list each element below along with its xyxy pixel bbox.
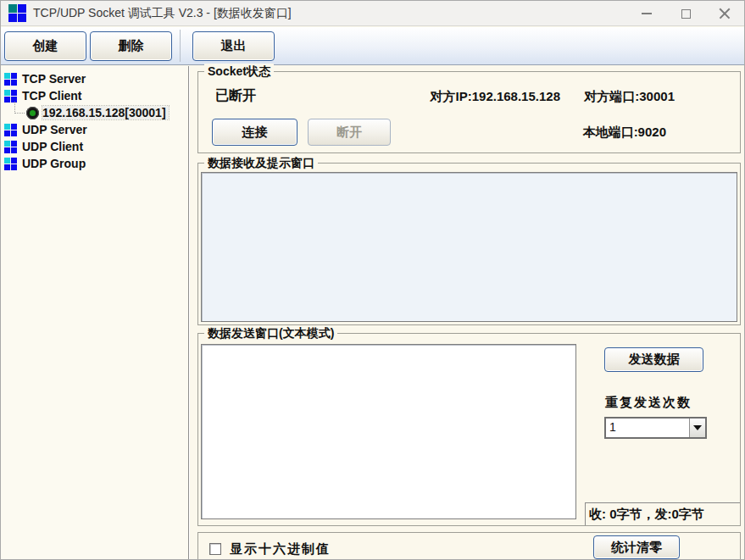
window-title: TCP/UDP Socket 调试工具 V2.3 - [数据收发窗口] <box>33 6 292 21</box>
tree-item-label: TCP Client <box>22 89 82 103</box>
socket-type-icon <box>4 158 17 170</box>
tree-item-tcp-server[interactable]: TCP Server <box>1 70 188 87</box>
toolbar: 创建 删除 退出 <box>1 27 744 65</box>
tree-item-udp-server[interactable]: UDP Server <box>1 121 188 138</box>
receive-textarea[interactable] <box>201 172 737 322</box>
clear-stats-button[interactable]: 统计清零 <box>593 535 680 559</box>
tree-item-udp-client[interactable]: UDP Client <box>1 138 188 155</box>
close-button[interactable] <box>705 1 744 26</box>
peer-port-label: 对方端口:30001 <box>584 89 675 105</box>
disconnect-button[interactable]: 断开 <box>308 119 391 146</box>
delete-button[interactable]: 删除 <box>90 31 172 61</box>
send-group: 数据发送窗口(文本模式) 发送数据 重复发送次数 1 收: 0字节，发:0字节 <box>197 333 741 526</box>
receive-group-title: 数据接收及提示窗口 <box>204 155 318 170</box>
send-group-title: 数据发送窗口(文本模式) <box>204 325 337 341</box>
tree-item-tcp-client-connection[interactable]: 192.168.15.128[30001] <box>1 104 188 121</box>
maximize-button[interactable] <box>666 1 705 26</box>
socket-status-group: Socket状态 已断开 对方IP:192.168.15.128 对方端口:30… <box>197 71 741 153</box>
byte-stats-label: 收: 0字节，发:0字节 <box>585 502 740 525</box>
window-controls <box>627 1 744 26</box>
close-icon <box>719 8 731 19</box>
tree-connector <box>14 102 25 114</box>
socket-type-icon <box>4 141 17 153</box>
repeat-count-label: 重复发送次数 <box>605 395 692 411</box>
tree-item-label: 192.168.15.128[30001] <box>42 106 169 119</box>
app-icon <box>8 4 26 22</box>
repeat-count-select[interactable]: 1 <box>604 417 707 439</box>
hex-display-label: 显示十六进制值 <box>230 541 331 557</box>
tree-item-label: UDP Group <box>22 157 86 170</box>
peer-ip-label: 对方IP:192.168.15.128 <box>431 89 560 105</box>
minimize-button[interactable] <box>627 1 666 26</box>
connection-state-label: 已断开 <box>215 87 256 105</box>
repeat-count-value: 1 <box>609 420 616 434</box>
connection-status-icon <box>26 107 39 119</box>
receive-group: 数据接收及提示窗口 <box>197 163 741 325</box>
chevron-down-icon <box>693 425 702 430</box>
socket-tree: TCP Server TCP Client 192.168.15.128[300… <box>1 66 189 560</box>
tree-item-label: UDP Client <box>22 140 83 153</box>
main-panel: Socket状态 已断开 对方IP:192.168.15.128 对方端口:30… <box>192 66 744 559</box>
hex-display-checkbox[interactable] <box>209 543 221 555</box>
socket-type-icon <box>4 124 17 136</box>
dropdown-button[interactable] <box>689 419 705 437</box>
tree-item-label: TCP Server <box>22 72 86 86</box>
socket-type-icon <box>4 90 17 103</box>
tree-item-tcp-client[interactable]: TCP Client <box>1 87 188 104</box>
send-textarea[interactable] <box>201 344 576 519</box>
tree-item-udp-group[interactable]: UDP Group <box>1 155 188 172</box>
local-port-label: 本地端口:9020 <box>583 125 666 141</box>
tree-item-label: UDP Server <box>22 123 87 136</box>
title-bar: TCP/UDP Socket 调试工具 V2.3 - [数据收发窗口] <box>1 1 744 26</box>
app-window: TCP/UDP Socket 调试工具 V2.3 - [数据收发窗口] 创建 删… <box>0 0 745 560</box>
connect-button[interactable]: 连接 <box>212 119 297 146</box>
exit-button[interactable]: 退出 <box>192 31 275 61</box>
toolbar-separator <box>180 30 181 62</box>
minimize-icon <box>642 13 652 14</box>
create-button[interactable]: 创建 <box>4 31 86 61</box>
socket-type-icon <box>4 73 17 86</box>
socket-status-group-title: Socket状态 <box>204 64 274 79</box>
send-data-button[interactable]: 发送数据 <box>604 347 703 372</box>
maximize-icon <box>681 9 691 19</box>
bottom-options-group: 显示十六进制值 统计清零 <box>197 532 741 560</box>
